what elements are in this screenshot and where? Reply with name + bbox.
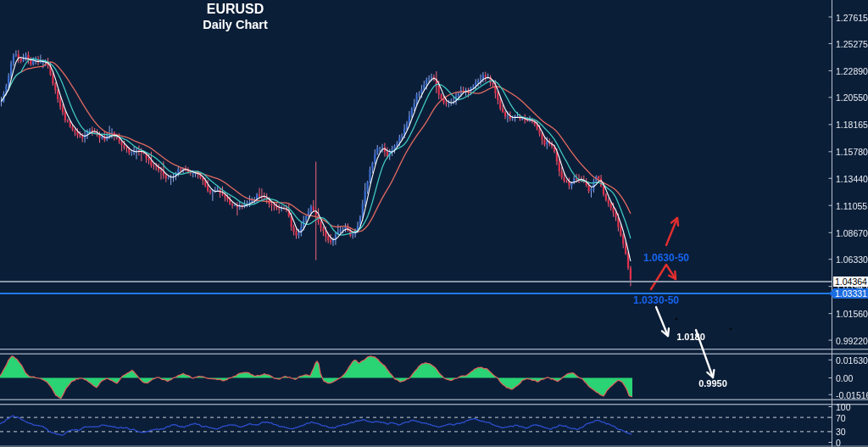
oscillator-axis-label: 70 [836,413,846,423]
oscillator-axis-label: 100 [836,402,851,412]
oscillator-axis-label: 30 [836,427,846,437]
annotation-label[interactable]: 1.0330-50 [633,294,679,306]
support-zone-line[interactable] [0,293,832,295]
annotation-label[interactable]: 1.0180 [676,332,705,342]
chart-plot-canvas[interactable] [0,0,868,447]
price-marker-white: 1.04364 [833,277,868,287]
chart-timeframe-subtitle: Daily Chart [165,17,305,32]
price-axis-label: 1.15780 [836,147,868,157]
price-axis-label: 1.20550 [836,92,868,103]
price-marker-blue: 1.03331 [833,288,868,299]
annotation-label[interactable]: 0.9950 [698,378,727,388]
chart-symbol-title: EURUSD [165,1,305,17]
current-price-line[interactable] [0,281,832,282]
oscillator-axis-label: 0 [836,438,841,447]
price-axis-label: 1.01560 [836,309,868,319]
price-axis-label: 1.08670 [836,228,868,238]
chart-title-block: EURUSD Daily Chart [165,1,305,32]
price-axis-label: 1.06330 [836,254,868,265]
histogram-axis-label: 0.00 [836,373,853,383]
price-axis-label: 1.18165 [836,120,868,130]
price-axis-label: 1.11055 [836,201,867,211]
price-axis-label: 1.22890 [836,66,868,76]
price-axis-label: 1.25275 [836,39,868,49]
histogram-axis-label: 0.016306 [836,355,868,366]
price-axis-label: 1.27615 [836,13,868,23]
chart-window: EURUSD Daily Chart 1.276151.252751.22890… [0,0,868,447]
price-axis-label: 1.13440 [836,174,868,184]
annotation-label[interactable]: 1.0630-50 [643,252,689,264]
histogram-axis-label: -0.015168 [836,390,868,400]
price-axis-label: 0.99220 [836,336,868,346]
